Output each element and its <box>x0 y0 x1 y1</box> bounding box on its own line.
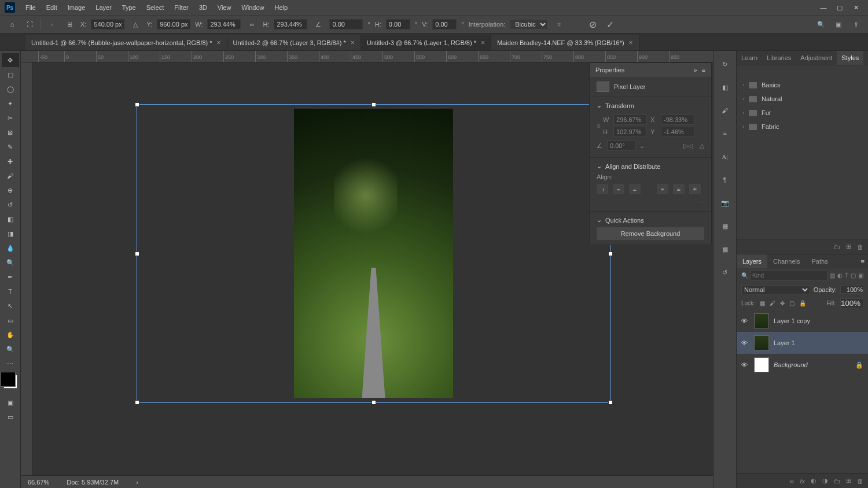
menu-view[interactable]: View <box>213 2 236 13</box>
delete-layer-icon[interactable]: 🗑 <box>857 478 863 485</box>
history-brush-tool[interactable]: ↺ <box>2 198 19 212</box>
tab-layers[interactable]: Layers <box>737 254 767 268</box>
transform-handle[interactable] <box>608 252 613 256</box>
swatches-panel-icon[interactable]: ≈ <box>718 126 733 141</box>
maximize-icon[interactable]: ▢ <box>836 4 844 12</box>
transform-angle-input[interactable] <box>607 141 636 151</box>
brush-tool[interactable]: 🖌 <box>2 169 19 183</box>
share-icon[interactable]: ⇪ <box>849 18 862 31</box>
chevron-down-icon[interactable]: ⌄ <box>597 162 602 170</box>
filter-adjustment-icon[interactable]: ◐ <box>837 271 843 280</box>
visibility-icon[interactable]: 👁 <box>741 317 749 324</box>
gradient-tool[interactable]: ◨ <box>2 227 19 241</box>
edit-toolbar[interactable]: ⋯ <box>2 357 19 371</box>
styles-folder-natural[interactable]: ›Natural <box>737 92 868 106</box>
filter-shape-icon[interactable]: ▢ <box>851 271 856 280</box>
hskew-input[interactable] <box>386 19 410 29</box>
align-center-v-icon[interactable]: ⫨ <box>673 184 685 194</box>
chevron-down-icon[interactable]: ⌄ <box>597 216 602 224</box>
filter-pixel-icon[interactable]: ▥ <box>830 271 835 280</box>
remove-background-button[interactable]: Remove Background <box>597 227 704 240</box>
brushes-panel-icon[interactable]: 🖌 <box>718 103 733 118</box>
transform-handle[interactable] <box>135 102 139 107</box>
status-chevron-icon[interactable]: › <box>136 479 138 486</box>
healing-brush-tool[interactable]: ✚ <box>2 154 19 168</box>
menu-3d[interactable]: 3D <box>194 2 212 13</box>
flip-horizontal-icon[interactable]: ▷◁ <box>683 142 693 150</box>
layer-item[interactable]: 👁 Background 🔒 <box>737 354 868 376</box>
transform-handle[interactable] <box>372 102 376 107</box>
foreground-background-colors[interactable] <box>3 375 17 389</box>
eyedropper-tool[interactable]: ✎ <box>2 140 19 154</box>
transform-y-input[interactable] <box>661 127 694 137</box>
close-icon[interactable]: × <box>629 39 633 47</box>
align-bottom-icon[interactable]: ⫩ <box>689 184 701 194</box>
visibility-icon[interactable]: 👁 <box>741 361 749 368</box>
tab-untitled-3[interactable]: Untitled-3 @ 66.7% (Layer 1, RGB/8) *× <box>361 35 491 50</box>
link-layers-icon[interactable]: ∞ <box>790 478 795 485</box>
minimize-icon[interactable]: — <box>819 4 827 12</box>
actions-panel-icon[interactable]: ↺ <box>718 265 733 280</box>
color-panel-icon[interactable]: ◧ <box>718 80 733 95</box>
h-input[interactable] <box>274 19 307 29</box>
y-input[interactable] <box>157 19 190 29</box>
align-center-h-icon[interactable]: ⫟ <box>613 184 624 194</box>
menu-type[interactable]: Type <box>117 2 141 13</box>
transform-x-input[interactable] <box>661 114 694 125</box>
link-wh-icon[interactable]: ∞ <box>245 18 258 31</box>
group-icon[interactable]: 🗀 <box>834 478 840 485</box>
quick-mask-icon[interactable]: ▣ <box>2 395 19 409</box>
commit-transform-icon[interactable]: ✓ <box>604 18 616 31</box>
transform-h-input[interactable] <box>613 127 647 137</box>
paragraph-panel-icon[interactable]: ¶ <box>718 172 733 187</box>
w-input[interactable] <box>207 19 241 29</box>
menu-layer[interactable]: Layer <box>91 2 116 13</box>
new-layer-icon[interactable]: ⊞ <box>846 477 851 485</box>
tab-styles[interactable]: Styles <box>837 51 863 65</box>
menu-help[interactable]: Help <box>270 2 293 13</box>
close-icon[interactable]: ✕ <box>852 4 860 12</box>
angle-input[interactable] <box>329 19 363 29</box>
lock-position-icon[interactable]: ✥ <box>780 300 785 306</box>
styles-folder-fabric[interactable]: ›Fabric <box>737 120 868 134</box>
swap-xy-icon[interactable]: △ <box>129 18 142 31</box>
close-icon[interactable]: × <box>351 39 355 47</box>
reference-point-icon[interactable]: ▫ <box>46 18 58 31</box>
visibility-icon[interactable]: 👁 <box>741 339 749 346</box>
collapse-icon[interactable]: » <box>693 66 697 73</box>
search-icon[interactable]: 🔍 <box>815 18 827 31</box>
layer-effects-icon[interactable]: fx <box>800 478 805 485</box>
panel-menu-icon[interactable]: ≡ <box>858 254 868 268</box>
patterns-panel-icon[interactable]: ▩ <box>718 242 733 257</box>
transform-handle[interactable] <box>608 400 613 405</box>
history-panel-icon[interactable]: ↻ <box>718 57 733 72</box>
gradients-panel-icon[interactable]: ▦ <box>718 219 733 234</box>
path-selection-tool[interactable]: ↖ <box>2 299 19 313</box>
styles-folder-basics[interactable]: ›Basics <box>737 78 868 92</box>
rectangle-tool[interactable]: ▭ <box>2 313 19 327</box>
tab-learn[interactable]: Learn <box>737 51 762 65</box>
fill-input[interactable] <box>840 298 863 308</box>
blend-mode-select[interactable]: Normal <box>741 285 810 294</box>
tab-channels[interactable]: Channels <box>767 254 806 268</box>
workspace-icon[interactable]: ▣ <box>832 18 845 31</box>
move-tool[interactable]: ✥ <box>2 53 19 67</box>
menu-edit[interactable]: Edit <box>42 2 62 13</box>
crop-tool[interactable]: ✂ <box>2 111 19 125</box>
reference-grid-icon[interactable]: ⊞ <box>63 18 76 31</box>
eraser-tool[interactable]: ◧ <box>2 212 19 226</box>
layer-item[interactable]: 👁 Layer 1 <box>737 332 868 354</box>
filter-type-icon[interactable]: T <box>845 271 848 280</box>
lock-all-icon[interactable]: 🔒 <box>799 300 806 306</box>
trash-icon[interactable]: 🗑 <box>857 243 863 250</box>
transform-handle[interactable] <box>135 400 139 405</box>
vskew-input[interactable] <box>432 19 457 29</box>
camera-panel-icon[interactable]: 📷 <box>718 195 733 210</box>
zoom-tool[interactable]: 🔍 <box>2 342 19 356</box>
link-icon[interactable]: 𝟾 <box>597 122 601 130</box>
align-left-icon[interactable]: ⫞ <box>597 184 608 194</box>
menu-filter[interactable]: Filter <box>170 2 193 13</box>
layer-mask-icon[interactable]: ◐ <box>811 477 816 485</box>
tab-paths[interactable]: Paths <box>806 254 834 268</box>
align-top-icon[interactable]: ⫧ <box>657 184 668 194</box>
